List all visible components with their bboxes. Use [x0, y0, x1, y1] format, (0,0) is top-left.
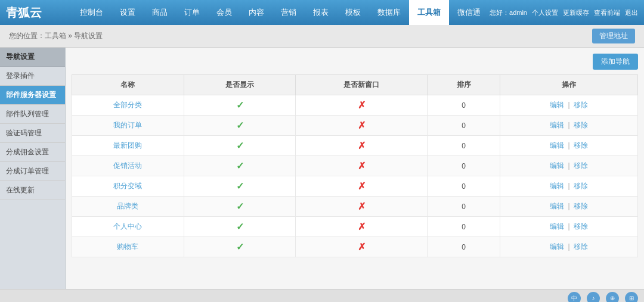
yes-icon: ✓ [236, 161, 244, 171]
cell-action: 编辑 | 移除 [500, 237, 638, 257]
nav-item-database[interactable]: 数据库 [369, 0, 409, 25]
sidebar-item-commission-settings[interactable]: 分成佣金设置 [0, 143, 65, 162]
delete-button[interactable]: 移除 [574, 182, 588, 190]
table-header-row: 名称 是否显示 是否新窗口 排序 操作 [72, 75, 638, 95]
edit-button[interactable]: 编辑 [550, 182, 564, 190]
nav-item-members[interactable]: 会员 [208, 0, 240, 25]
delete-button[interactable]: 移除 [574, 121, 588, 129]
sidebar-item-online-update[interactable]: 在线更新 [0, 181, 65, 200]
edit-button[interactable]: 编辑 [550, 202, 564, 210]
add-nav-button[interactable]: 添加导航 [593, 54, 638, 70]
delete-button[interactable]: 移除 [574, 222, 588, 231]
cell-show: ✓ [184, 116, 296, 136]
edit-button[interactable]: 编辑 [550, 121, 564, 129]
refresh-cache-link[interactable]: 更新缓存 [563, 8, 589, 17]
nav-name-link[interactable]: 促销活动 [113, 161, 142, 170]
nav-name-link[interactable]: 积分变域 [113, 182, 142, 190]
sidebar: 导航设置 登录插件 部件服务器设置 部件队列管理 验证码管理 分成佣金设置 分成… [0, 48, 66, 289]
edit-button[interactable]: 编辑 [550, 141, 564, 150]
personal-settings-link[interactable]: 个人设置 [532, 8, 558, 17]
nav-name-link[interactable]: 最新团购 [113, 141, 142, 150]
nav-item-products[interactable]: 商品 [144, 0, 176, 25]
col-new-window: 是否新窗口 [296, 75, 427, 95]
action-separator: | [568, 222, 570, 231]
cell-name: 促销活动 [72, 156, 184, 176]
yes-icon: ✓ [236, 242, 244, 252]
delete-button[interactable]: 移除 [574, 242, 588, 251]
bottom-icon-zhong[interactable]: 中 [568, 292, 581, 303]
nav-name-link[interactable]: 购物车 [117, 242, 138, 251]
edit-button[interactable]: 编辑 [550, 101, 564, 109]
cell-sort: 0 [427, 176, 500, 197]
cell-name: 积分变域 [72, 176, 184, 197]
action-separator: | [568, 161, 570, 170]
table-row: 促销活动 ✓ ✗ 0 编辑 | 移除 [72, 156, 638, 176]
no-icon: ✗ [358, 141, 366, 151]
table-row: 积分变域 ✓ ✗ 0 编辑 | 移除 [72, 176, 638, 197]
cell-new-window: ✗ [296, 95, 427, 116]
cell-name: 品牌类 [72, 197, 184, 217]
sidebar-item-login-plugin[interactable]: 登录插件 [0, 67, 65, 86]
table-row: 我的订单 ✓ ✗ 0 编辑 | 移除 [72, 116, 638, 136]
cell-sort: 0 [427, 156, 500, 176]
cell-action: 编辑 | 移除 [500, 176, 638, 197]
yes-icon: ✓ [236, 201, 244, 211]
nav-name-link[interactable]: 个人中心 [113, 222, 142, 231]
nav-item-toolbox[interactable]: 工具箱 [409, 0, 449, 25]
cell-name: 我的订单 [72, 116, 184, 136]
sidebar-item-captcha[interactable]: 验证码管理 [0, 124, 65, 143]
nav-menu: 控制台 设置 商品 订单 会员 内容 营销 报表 模板 数据库 工具箱 微信通 [72, 0, 490, 25]
col-action: 操作 [500, 75, 638, 95]
nav-name-link[interactable]: 全部分类 [113, 101, 142, 109]
delete-button[interactable]: 移除 [574, 161, 588, 170]
edit-button[interactable]: 编辑 [550, 222, 564, 231]
nav-item-orders[interactable]: 订单 [176, 0, 208, 25]
yes-icon: ✓ [236, 120, 244, 130]
action-separator: | [568, 242, 570, 251]
nav-name-link[interactable]: 我的订单 [113, 121, 142, 129]
delete-button[interactable]: 移除 [574, 141, 588, 150]
cell-new-window: ✗ [296, 116, 427, 136]
nav-item-reports[interactable]: 报表 [305, 0, 337, 25]
sidebar-item-component-server[interactable]: 部件服务器设置 [0, 86, 65, 105]
logout-link[interactable]: 退出 [625, 8, 638, 17]
nav-item-settings[interactable]: 设置 [112, 0, 144, 25]
view-frontend-link[interactable]: 查看前端 [594, 8, 620, 17]
content-area: 添加导航 名称 是否显示 是否新窗口 排序 操作 全部分类 ✓ ✗ [66, 48, 644, 289]
bottom-icon-plus[interactable]: ⊕ [606, 292, 619, 303]
cell-new-window: ✗ [296, 217, 427, 237]
nav-item-wechat[interactable]: 微信通 [449, 0, 489, 25]
table-row: 个人中心 ✓ ✗ 0 编辑 | 移除 [72, 217, 638, 237]
nav-item-templates[interactable]: 模板 [337, 0, 369, 25]
cell-name: 全部分类 [72, 95, 184, 116]
topbar: 青狐云 控制台 设置 商品 订单 会员 内容 营销 报表 模板 数据库 工具箱 … [0, 0, 644, 25]
cell-name: 购物车 [72, 237, 184, 257]
edit-button[interactable]: 编辑 [550, 161, 564, 170]
no-icon: ✗ [358, 201, 366, 211]
bottom-icon-mic[interactable]: ♪ [587, 292, 600, 303]
delete-button[interactable]: 移除 [574, 101, 588, 109]
yes-icon: ✓ [236, 141, 244, 151]
nav-item-dashboard[interactable]: 控制台 [72, 0, 112, 25]
edit-button[interactable]: 编辑 [550, 242, 564, 251]
no-icon: ✗ [358, 222, 366, 232]
bottom-icon-grid[interactable]: ⊞ [625, 292, 638, 303]
cell-show: ✓ [184, 95, 296, 116]
greeting-text: 您好：admin [490, 8, 527, 17]
nav-item-marketing[interactable]: 营销 [273, 0, 305, 25]
col-sort: 排序 [427, 75, 500, 95]
sidebar-item-commission-orders[interactable]: 分成订单管理 [0, 162, 65, 181]
cell-sort: 0 [427, 95, 500, 116]
manage-address-button[interactable]: 管理地址 [592, 29, 635, 43]
nav-name-link[interactable]: 品牌类 [117, 202, 138, 210]
nav-item-content[interactable]: 内容 [240, 0, 273, 25]
sidebar-item-component-queue[interactable]: 部件队列管理 [0, 105, 65, 124]
topbar-right: 您好：admin 个人设置 更新缓存 查看前端 退出 [490, 8, 638, 17]
no-icon: ✗ [358, 242, 366, 252]
no-icon: ✗ [358, 100, 366, 110]
cell-sort: 0 [427, 116, 500, 136]
no-icon: ✗ [358, 161, 366, 171]
table-row: 全部分类 ✓ ✗ 0 编辑 | 移除 [72, 95, 638, 116]
cell-show: ✓ [184, 197, 296, 217]
delete-button[interactable]: 移除 [574, 202, 588, 210]
